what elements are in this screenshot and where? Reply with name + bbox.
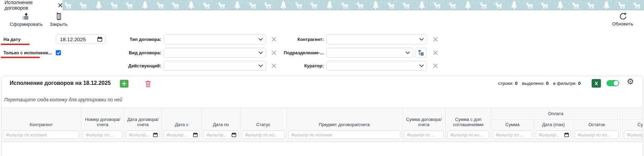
second-group-label [622,108,643,120]
rows-counter: строки:0 [498,81,518,86]
column-date-to: Дата по [202,108,240,142]
door-close-icon [55,12,62,21]
export-excel-button[interactable]: X [592,79,601,88]
rows-count-value: 0 [515,81,518,86]
column-header-label[interactable]: Предмет договора/счета [287,108,402,130]
column-header-label[interactable]: Сумма [491,120,534,130]
column-header-label[interactable]: Сумма с доп соглашениями [446,108,491,130]
contract-kind-label: Вид договора: [96,48,161,58]
contract-kind-select[interactable] [164,48,266,58]
selected-count-value: 0 [546,81,549,86]
department-select[interactable] [326,48,413,58]
close-button[interactable]: Закрыть [47,12,70,27]
report-panel: Исполнение договоров на 18.12.2025 строк… [1,76,643,156]
counterparty-select[interactable] [326,34,427,44]
tab-title: Исполнение договоров [4,0,54,11]
only-with-execution-red-underline [1,57,40,58]
refresh-button[interactable]: Обновить [609,12,637,26]
table-header: Контрагент Номер договора/счета Дата дог… [1,108,643,142]
panel-title: Исполнение договоров на 18.12.2025 [10,80,111,86]
department-clear-icon[interactable] [432,48,439,58]
on-date-input[interactable] [56,35,94,44]
only-with-execution-label: Только с исполнени... [3,48,52,58]
calendar-icon[interactable] [193,132,198,137]
curator-clear-icon[interactable] [432,61,439,71]
column-header-label[interactable]: Сумма [622,120,643,130]
refresh-label: Обновить [612,21,633,26]
column-amount-with-addendums: Сумма с доп соглашениями [446,108,491,142]
column-header-label[interactable]: Дата договора/счета [124,108,162,130]
column-payment-date-max: Дата (max) [534,120,573,142]
settings-gear-icon[interactable]: ⚙ [627,78,634,86]
calendar-icon[interactable] [153,132,158,137]
calendar-icon[interactable] [231,132,237,137]
contract-type-select[interactable] [164,34,266,44]
tab-strip: Исполнение договоров [0,0,644,10]
column-contract-subject: Предмет договора/счета [287,108,402,142]
department-tree-button[interactable] [415,48,427,58]
selected-counter: выделено:0 [522,81,549,86]
on-date-label: На дату [3,34,21,44]
column-filter-input[interactable] [242,130,284,139]
payment-column-group: Оплата Сумма Дата (max) Остаток [491,108,621,142]
in-filter-counter: в фильтре:0 [553,81,581,86]
hierarchy-tree-icon [418,50,424,56]
counterparty-label: Контрагент: [258,34,324,44]
generate-button[interactable]: Сформировать [7,12,45,27]
counters: строки:0 выделено:0 в фильтре:0 [498,81,581,86]
trash-icon [145,80,152,88]
tab-contract-execution[interactable]: Исполнение договоров [0,0,62,10]
curator-select[interactable] [326,61,427,71]
counterparty-clear-icon[interactable] [432,34,439,44]
column-filter-input[interactable] [624,130,643,139]
column-header-label[interactable]: Сумма договора/счета [402,108,445,130]
excel-icon: X [595,81,598,86]
group-by-hint: Перетащите сюда колонку для группировки … [4,97,122,102]
column-header-label[interactable]: Дата с [162,108,201,130]
column-contract-number: Номер договора/счета [81,108,124,142]
column-contract-date: Дата договора/счета [124,108,162,142]
active-select[interactable] [164,61,266,71]
curator-label: Куратор: [258,61,324,71]
column-filter-input[interactable] [575,130,619,139]
toggle-knob [614,81,619,86]
close-label: Закрыть [50,22,67,27]
column-amount-cutoff: Сумма [622,120,643,142]
column-filter-input[interactable] [288,130,400,139]
on-date-red-underline [1,44,30,45]
column-filter-input[interactable] [83,130,122,139]
column-header-label[interactable]: Дата по [202,108,240,130]
column-payment-remainder: Остаток [573,120,621,142]
add-button[interactable] [120,80,128,88]
column-header-label[interactable]: Остаток [573,120,620,130]
chevron-down-icon [419,38,424,41]
column-filter-input[interactable] [404,130,444,139]
generate-label: Сформировать [10,22,42,27]
column-date-from: Дата с [162,108,202,142]
delete-button[interactable] [144,79,153,88]
column-header-label[interactable]: Статус [240,108,286,130]
in-filter-count-value: 0 [578,81,581,86]
column-counterparty: Контрагент [1,108,81,142]
christmas-banner [62,0,644,10]
checkmark-icon [56,51,61,55]
column-filter-input[interactable] [3,130,79,139]
second-column-group: Сумма [622,108,643,142]
view-toggle[interactable] [606,80,619,86]
column-status: Статус [240,108,287,142]
refresh-icon [619,12,627,20]
only-with-execution-checkbox[interactable] [56,50,61,55]
payment-group-label: Оплата [491,108,621,120]
column-contract-amount: Сумма договора/счета [402,108,446,142]
column-payment-amount: Сумма [491,120,534,142]
column-header-label[interactable]: Дата (max) [534,120,573,130]
calendar-icon[interactable] [564,132,569,137]
column-header-label[interactable]: Номер договора/счета [81,108,124,130]
active-label: Действующий: [96,61,161,71]
column-filter-input[interactable] [447,130,489,139]
tab-close-icon[interactable] [58,3,62,8]
column-header-label[interactable]: Контрагент [1,108,81,130]
chevron-down-icon [406,52,410,54]
department-label: Подразделение-... [258,48,324,58]
column-filter-input[interactable] [493,130,532,139]
